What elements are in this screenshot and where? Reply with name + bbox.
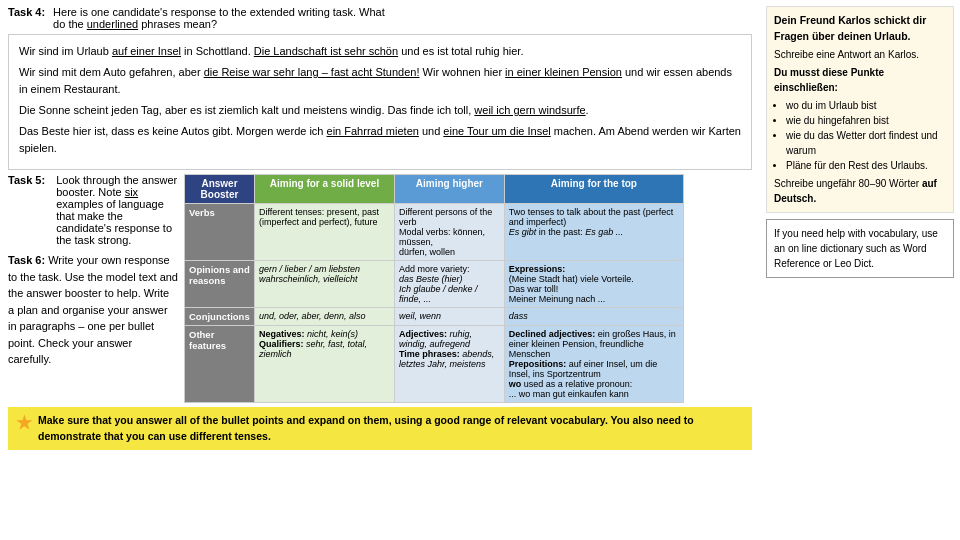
reminder-text: Make sure that you answer all of the bul… (38, 413, 744, 443)
other-higher: Adjectives: ruhig, windig, aufregendTime… (394, 326, 504, 403)
bullet-4: Pläne für den Rest des Urlaubs. (786, 158, 946, 173)
verbs-top: Two tenses to talk about the past (perfe… (504, 204, 683, 261)
reminder-box: ★ Make sure that you answer all of the b… (8, 407, 752, 449)
other-solid: Negatives: nicht, kein(s)Qualifiers: seh… (255, 326, 395, 403)
german-para4: Das Beste hier ist, dass es keine Autos … (19, 123, 741, 157)
task4-end: phrases mean? (141, 18, 217, 30)
category-verbs: Verbs (185, 204, 255, 261)
six-link[interactable]: six (125, 186, 138, 198)
booster-row-other: Other features Negatives: nicht, kein(s)… (185, 326, 684, 403)
category-conjunctions: Conjunctions (185, 308, 255, 326)
star-icon: ★ (16, 414, 32, 432)
booster-header-left: Answer Booster (185, 175, 255, 204)
booster-col1-header: Aiming for a solid level (255, 175, 395, 204)
booster-table-container: Answer Booster Aiming for a solid level … (184, 174, 684, 403)
task4-header: Task 4: Here is one candidate's response… (8, 6, 752, 30)
booster-col2-header: Aiming higher (394, 175, 504, 204)
german-card-word-count: Schreibe ungefähr 80–90 Wörter auf Deuts… (774, 176, 946, 206)
bullet-3: wie du das Wetter dort findest und warum (786, 128, 946, 158)
task4-line1: Here is one candidate's response to the … (53, 6, 385, 18)
booster-row-conjunctions: Conjunctions und, oder, aber, denn, also… (185, 308, 684, 326)
task5-text: Look through the answer booster. Note si… (56, 174, 178, 246)
verbs-higher: Different persons of the verbModal verbs… (394, 204, 504, 261)
booster-col3-header: Aiming for the top (504, 175, 683, 204)
german-card-subtitle: Schreibe eine Antwort an Karlos. (774, 47, 946, 62)
task6-label: Task 6: (8, 254, 45, 266)
left-panel: Task 4: Here is one candidate's response… (0, 0, 760, 540)
german-para1: Wir sind im Urlaub auf einer Insel in Sc… (19, 43, 741, 60)
german-text-box: Wir sind im Urlaub auf einer Insel in Sc… (8, 34, 752, 170)
bullet-2: wie du hingefahren bist (786, 113, 946, 128)
german-card-must: Du musst diese Punkte einschließen: (774, 65, 946, 95)
task5-row: Task 5: Look through the answer booster.… (8, 174, 178, 246)
right-panel: Dein Freund Karlos schickt dir Fragen üb… (760, 0, 960, 540)
german-para3: Die Sonne scheint jeden Tag, aber es ist… (19, 102, 741, 119)
other-top: Declined adjectives: ein großes Haus, in… (504, 326, 683, 403)
conj-top: dass (504, 308, 683, 326)
conj-higher: weil, wenn (394, 308, 504, 326)
conj-solid: und, oder, aber, denn, also (255, 308, 395, 326)
category-opinions: Opinions and reasons (185, 261, 255, 308)
booster-table: Answer Booster Aiming for a solid level … (184, 174, 684, 403)
opinions-top: Expressions:(Meine Stadt hat) viele Vort… (504, 261, 683, 308)
category-other: Other features (185, 326, 255, 403)
opinions-higher: Add more variety:das Beste (hier)Ich gla… (394, 261, 504, 308)
task4-instruction: Here is one candidate's response to the … (53, 6, 385, 30)
task5-label: Task 5: (8, 174, 45, 186)
bullet-1: wo du im Urlaub bist (786, 98, 946, 113)
main-container: Task 4: Here is one candidate's response… (0, 0, 960, 540)
german-card: Dein Freund Karlos schickt dir Fragen üb… (766, 6, 954, 213)
opinions-solid: gern / lieber / am liebstenwahrscheinlic… (255, 261, 395, 308)
booster-row-opinions: Opinions and reasons gern / lieber / am … (185, 261, 684, 308)
german-card-title: Dein Freund Karlos schickt dir Fragen üb… (774, 13, 946, 45)
task6-block: Task 6: Write your own response to the t… (8, 252, 178, 368)
booster-row-verbs: Verbs Different tenses: present, past (i… (185, 204, 684, 261)
task4-label: Task 4: (8, 6, 45, 18)
german-para2: Wir sind mit dem Auto gefahren, aber die… (19, 64, 741, 98)
task4-underlined: underlined (87, 18, 138, 30)
booster-section: Task 5: Look through the answer booster.… (8, 174, 752, 403)
booster-header-row: Answer Booster Aiming for a solid level … (185, 175, 684, 204)
verbs-solid: Different tenses: present, past (imperfe… (255, 204, 395, 261)
dict-tip-text: If you need help with vocabulary, use an… (774, 228, 938, 269)
dict-tip-box: If you need help with vocabulary, use an… (766, 219, 954, 278)
german-card-bullets: wo du im Urlaub bist wie du hingefahren … (774, 98, 946, 173)
task6-text: Write your own response to the task. Use… (8, 254, 178, 365)
task4-do-the: do the (53, 18, 84, 30)
